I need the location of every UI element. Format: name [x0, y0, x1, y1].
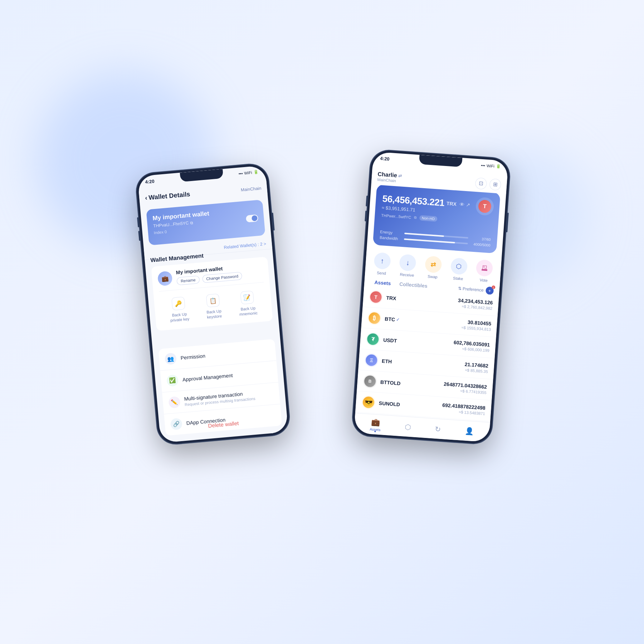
eth-amounts: 21.174682 ≈$ 85,885.35	[464, 361, 488, 374]
usdt-logo: ₮	[366, 332, 380, 347]
energy-bar-fill	[404, 233, 444, 237]
backup-mnemonic-icon: 📝	[240, 291, 254, 304]
hide-balance-icon[interactable]: 👁	[459, 201, 464, 207]
nav-history-icon: ↻	[435, 424, 441, 433]
usdt-name: USDT	[383, 337, 397, 344]
copy-icon[interactable]: ⧉	[190, 220, 193, 225]
back-button[interactable]: ‹ Wallet Details	[145, 190, 191, 202]
volume-down-btn-right[interactable]	[365, 211, 367, 221]
permission-icon: 👥	[165, 353, 177, 365]
backup-row: 🔑 Back Upprivate key 📋 Back Upkeystore 📝…	[159, 287, 267, 325]
send-label: Send	[377, 270, 386, 275]
receive-label: Receive	[400, 272, 414, 278]
status-icons-left: ▪▪▪ WiFi 🔋	[238, 170, 259, 176]
toggle-dot	[252, 215, 258, 221]
trx-name: TRX	[386, 295, 396, 301]
signal-icon-r: ▪▪▪	[481, 163, 486, 167]
header-title: Wallet Details	[148, 190, 191, 201]
mgmt-wallet-row: 💼 My important wallet Rename Change Pass…	[157, 262, 264, 292]
backup-mnemonic[interactable]: 📝 Back Upmnemonic	[238, 290, 258, 317]
balance-card: T 56,456,453.221 TRX 👁 ↗ ≈ $3,951,951.71…	[373, 184, 501, 254]
nav-assets[interactable]: 💼 Assets	[370, 418, 381, 432]
status-time-left: 4:20	[145, 179, 155, 185]
swap-icon: ⇄	[425, 256, 442, 273]
swap-label: Swap	[428, 274, 438, 279]
backup-keystore-label: Back Upkeystore	[206, 308, 222, 320]
btc-verified-icon: ✓	[396, 317, 400, 322]
related-wallets-text: Related Wallet(s) : 2 >	[224, 241, 266, 250]
bandwidth-value: 4000/5000	[470, 242, 491, 247]
bandwidth-label: Bandwidth	[380, 235, 401, 241]
scan-btn[interactable]: ⊡	[475, 177, 487, 190]
eth-name: ETH	[382, 358, 392, 365]
qr-btn[interactable]: ⊞	[489, 179, 501, 191]
swap-button[interactable]: ⇄ Swap	[424, 256, 442, 279]
stake-icon: ⬡	[450, 258, 468, 275]
sunold-name: SUNOLD	[379, 400, 400, 408]
stake-label: Stake	[453, 276, 463, 281]
permission-label: Permission	[180, 353, 205, 361]
bttold-name: BTTOLD	[380, 379, 401, 386]
vote-button[interactable]: 🗳 Vote	[475, 259, 493, 283]
eth-usd: ≈$ 85,885.35	[464, 368, 488, 374]
battery-icon: 🔋	[253, 170, 259, 175]
power-btn-left[interactable]	[272, 213, 274, 230]
sort-icon: ⇅	[458, 286, 462, 291]
left-phone: 4:20 ▪▪▪ WiFi 🔋 ‹ Wallet Details MainCha…	[135, 163, 291, 445]
nav-history[interactable]: ↻	[435, 424, 441, 433]
backup-mnemonic-label: Back Upmnemonic	[239, 305, 258, 317]
vote-label: Vote	[479, 278, 488, 283]
status-icons-right: ▪▪▪ WiFi 🔋	[481, 163, 501, 169]
btc-name: BTC	[385, 316, 395, 322]
rename-button[interactable]: Rename	[176, 275, 200, 285]
bandwidth-bar-fill	[404, 238, 455, 243]
nav-active-dot	[374, 430, 376, 432]
send-button[interactable]: ↑ Send	[373, 252, 391, 276]
wallet-card: My important wallet THPvaU...Fhn5YC ⧉ In…	[146, 200, 265, 245]
balance-currency: TRX	[447, 200, 457, 207]
add-badge: 1	[492, 286, 496, 289]
receive-button[interactable]: ↓ Receive	[399, 254, 416, 278]
trx-logo: T	[369, 290, 383, 304]
volume-up-btn-right[interactable]	[366, 196, 368, 206]
switch-icon[interactable]: ⇄	[398, 173, 402, 179]
volume-up-btn-left[interactable]	[137, 217, 139, 227]
balance-address: THPwer...5wtfYC	[381, 213, 411, 219]
btc-logo: ₿	[367, 311, 382, 326]
mgmt-avatar: 💼	[157, 271, 173, 286]
bttold-logo: B	[363, 374, 377, 389]
copy-addr-icon[interactable]: ⧉	[414, 215, 417, 220]
energy-label: Energy	[380, 230, 402, 235]
nav-layers-icon: ⬡	[405, 422, 411, 431]
preference-label: Preference	[463, 286, 484, 293]
signal-icon: ▪▪▪	[238, 171, 243, 176]
energy-bandwidth: Energy 37/60 Bandwidth 4000/5000	[380, 230, 491, 249]
power-btn-right[interactable]	[506, 213, 509, 232]
nav-profile[interactable]: 👤	[465, 426, 474, 436]
eth-amount: 21.174682	[464, 361, 488, 369]
trx-amounts: 34,234,453.126 ≈$ 2,760,842,982	[458, 297, 493, 311]
backup-keystore[interactable]: 📋 Back Upkeystore	[205, 293, 222, 320]
approval-label: Approval Management	[182, 372, 233, 382]
backup-private-key[interactable]: 🔑 Back Upprivate key	[169, 296, 190, 323]
send-icon: ↑	[374, 252, 391, 270]
expand-icon[interactable]: ↗	[465, 202, 470, 208]
preference-button[interactable]: ⇅ Preference	[458, 286, 484, 293]
multisig-icon: ✏️	[168, 396, 181, 409]
header-actions: ⊡ ⊞	[475, 177, 501, 191]
user-info: Charlie ⇄ MainChain	[377, 171, 402, 184]
header-chain: MainChain	[240, 186, 261, 192]
sunold-amounts: 692.418878222498 ≈$ 13.5483871	[442, 402, 486, 416]
stake-button[interactable]: ⬡ Stake	[450, 258, 468, 281]
mgmt-card: 💼 My important wallet Rename Change Pass…	[151, 257, 273, 331]
change-password-button[interactable]: Change Password	[202, 272, 242, 283]
wifi-icon: WiFi	[244, 170, 252, 175]
backup-private-key-icon: 🔑	[171, 297, 185, 311]
add-asset-button[interactable]: + 1	[486, 287, 494, 295]
nav-layers[interactable]: ⬡	[405, 422, 411, 431]
vote-icon: 🗳	[476, 259, 493, 277]
status-time-right: 4:20	[380, 156, 390, 162]
volume-down-btn-left[interactable]	[138, 231, 140, 241]
battery-icon-r: 🔋	[496, 164, 501, 169]
non-hd-badge: Non-HD	[419, 215, 438, 221]
